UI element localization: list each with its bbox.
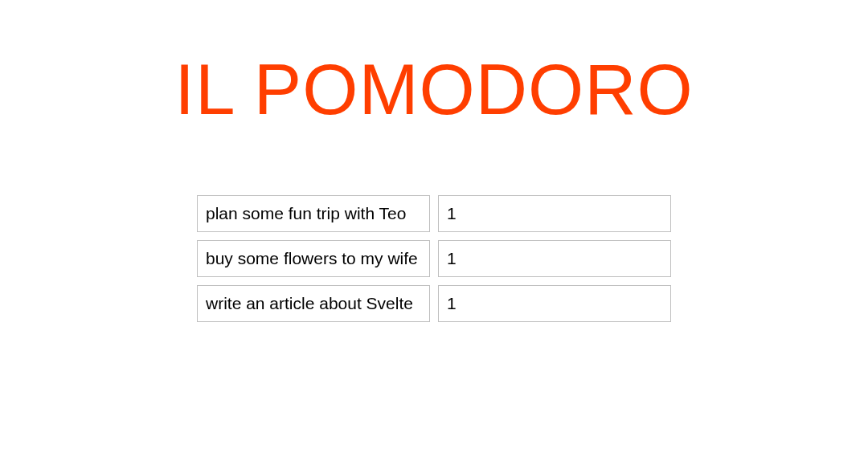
task-row [197, 195, 671, 232]
task-row [197, 285, 671, 322]
task-count-input[interactable] [438, 285, 671, 322]
task-row [197, 240, 671, 277]
task-count-input[interactable] [438, 240, 671, 277]
task-name-input[interactable] [197, 285, 430, 322]
app-title: IL POMODORO [174, 48, 694, 131]
task-list [197, 195, 671, 322]
task-name-input[interactable] [197, 195, 430, 232]
task-name-input[interactable] [197, 240, 430, 277]
task-count-input[interactable] [438, 195, 671, 232]
